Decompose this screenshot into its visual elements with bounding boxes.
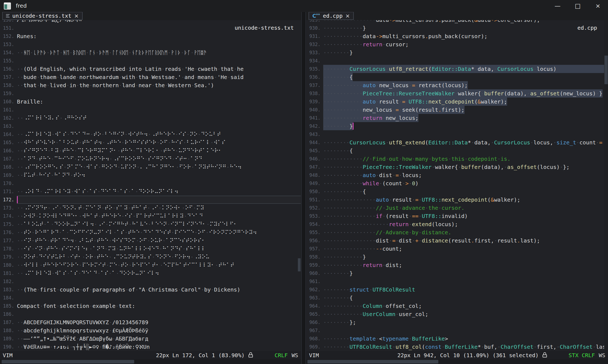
line-number[interactable]: 939.: [306, 98, 321, 106]
editor-line[interactable]: 948.············auto·dist·=·locus;: [306, 171, 604, 179]
line-number[interactable]: 936.: [306, 73, 321, 81]
editor-line[interactable]: 945.········{: [306, 147, 604, 155]
editor-line[interactable]: 969.········UTF8ColResult·utf8_col(const…: [306, 343, 604, 351]
right-editor-content[interactable]: 929.················data->multi_cursors.…: [306, 20, 604, 351]
line-number[interactable]: 185.: [0, 302, 14, 310]
line-number[interactable]: 968.: [306, 335, 321, 343]
line-number[interactable]: 167.: [0, 155, 14, 163]
editor-line[interactable]: 178.··⠊⠎·⠊⠝·⠞⠓⠑·⠎⠊⠍⠊⠇⠑⠆·⠁⠝⠙·⠍⠽·⠥⠝⠓⠁⠇⠇⠕⠺⠑…: [0, 245, 301, 253]
editor-line[interactable]: 952.················//·Just·advance·the·…: [306, 204, 604, 212]
editor-line[interactable]: 180.··⠺⠊⠇⠇·⠞⠓⠑⠗⠑⠋⠕⠗⠑·⠏⠑⠗⠍⠊⠞·⠍⠑·⠞⠕·⠗⠑⠏⠑⠁⠞…: [0, 261, 301, 269]
editor-line[interactable]: 929.················data->multi_cursors.…: [306, 20, 604, 24]
editor-line[interactable]: 174.··⠕⠺⠝·⠅⠝⠕⠺⠇⠑⠙⠛⠑⠂·⠺⠓⠁⠞·⠞⠓⠑⠗⠑·⠊⠎·⠏⠁⠗⠞⠊…: [0, 212, 301, 220]
line-number[interactable]: 178.: [0, 245, 14, 253]
line-number[interactable]: 969.: [306, 343, 321, 351]
line-number[interactable]: 933.: [306, 48, 321, 57]
line-number[interactable]: 159.: [0, 89, 14, 98]
line-number[interactable]: 955.: [306, 228, 321, 236]
editor-line[interactable]: 186.: [0, 310, 301, 318]
editor-line[interactable]: 967.: [306, 326, 604, 335]
tab-ed-cpp[interactable]: C++ ed.cpp ×: [309, 12, 354, 20]
editor-line[interactable]: 931.············data->multi_cursors.push…: [306, 32, 604, 40]
line-number[interactable]: 935.: [306, 65, 321, 73]
line-number[interactable]: 945.: [306, 147, 321, 155]
line-number[interactable]: 938.: [306, 89, 321, 98]
editor-line[interactable]: 169.··⠏⠥⠞·⠓⠊⠎·⠓⠁⠝⠙·⠞⠕⠲: [0, 171, 301, 179]
line-number[interactable]: 947.: [306, 163, 321, 171]
line-number[interactable]: 929.: [306, 20, 321, 24]
line-number[interactable]: 962.: [306, 286, 321, 294]
line-number[interactable]: 170.: [0, 179, 14, 187]
editor-line[interactable]: 179.··⠝⠕⠞·⠙⠊⠎⠞⠥⠗⠃·⠊⠞⠂·⠕⠗·⠞⠓⠑·⠠⠉⠕⠥⠝⠞⠗⠽⠄⠎·…: [0, 253, 301, 261]
editor-line[interactable]: 956.················dist·=·dist·+·distan…: [306, 236, 604, 245]
editor-line[interactable]: 940.············new_locus·=·seek(result.…: [306, 106, 604, 114]
eol-indicator[interactable]: CRLF: [275, 352, 288, 359]
line-number[interactable]: 960.: [306, 269, 321, 277]
line-number[interactable]: 175.: [0, 220, 14, 228]
right-horizontal-scrollbar[interactable]: [306, 359, 608, 364]
editor-line[interactable]: 934.: [306, 57, 604, 65]
editor-line[interactable]: 176.··⠞⠕·⠗⠑⠛⠁⠗⠙·⠁·⠉⠕⠋⠋⠊⠝⠤⠝⠁⠊⠇·⠁⠎·⠞⠓⠑·⠙⠑⠁…: [0, 228, 301, 236]
editor-line[interactable]: 150.ሥራ·ከመፍታት·ልጄን·ላፋታት።: [0, 20, 301, 24]
line-number[interactable]: 930.: [306, 24, 321, 32]
line-number[interactable]: 176.: [0, 228, 14, 236]
line-number[interactable]: 186.: [0, 310, 14, 318]
line-number[interactable]: 156.: [0, 65, 14, 73]
editor-line[interactable]: 183.··(The·first·couple·of·paragraphs·of…: [0, 286, 301, 294]
editor-line[interactable]: 163.: [0, 122, 301, 130]
editor-line[interactable]: 933.········}: [306, 48, 604, 57]
left-editor-content[interactable]: 150.ሥራ·ከመፍታት·ልጄን·ላፋታት።151.152.Runes:153.…: [0, 20, 301, 351]
editor-line[interactable]: 155.: [0, 57, 301, 65]
line-number[interactable]: 160.: [0, 98, 14, 106]
line-number[interactable]: 151.: [0, 24, 14, 32]
line-number[interactable]: 177.: [0, 236, 14, 245]
line-number[interactable]: 188.: [0, 326, 14, 335]
pane-divider[interactable]: [301, 12, 306, 364]
editor-line[interactable]: 184.: [0, 294, 301, 302]
line-number[interactable]: 180.: [0, 261, 14, 269]
editor-line[interactable]: 171.··⠠⠕⠇⠙·⠠⠍⠁⠗⠇⠑⠽·⠺⠁⠎·⠁⠎·⠙⠑⠁⠙·⠁⠎·⠁·⠙⠕⠕⠗…: [0, 187, 301, 196]
scrollbar-thumb[interactable]: [604, 56, 608, 84]
line-number[interactable]: 157.: [0, 73, 14, 81]
line-number[interactable]: 172.: [0, 196, 14, 204]
editor-line[interactable]: 963.········{: [306, 294, 604, 302]
editor-line[interactable]: 182.: [0, 277, 301, 286]
editor-line[interactable]: 941.············return·new_locus;: [306, 114, 604, 122]
editor-line[interactable]: 932.············return·cursor;: [306, 40, 604, 48]
editor-line[interactable]: 935.········CursorLocus·utf8_retract(Edi…: [306, 65, 604, 73]
maximize-button[interactable]: □: [568, 0, 588, 12]
line-number[interactable]: 174.: [0, 212, 14, 220]
editor-line[interactable]: 170.: [0, 179, 301, 187]
line-number[interactable]: 164.: [0, 130, 14, 138]
minimize-button[interactable]: —: [547, 0, 568, 12]
editor-line[interactable]: 154.··ᚻᛖ·ᚳᚹᚫᚦ·ᚦᚫᛏ·ᚻᛖ·ᛒᚢᛞᛖ·ᚩᚾ·ᚦᚫᛗ·ᛚᚪᚾᛞᛖ·ᚾ…: [0, 48, 301, 57]
line-number[interactable]: 937.: [306, 81, 321, 89]
tab-unicode-stress[interactable]: unicode-stress.txt ×: [2, 12, 83, 20]
editor-line[interactable]: 160.Braille:: [0, 98, 301, 106]
line-number[interactable]: 949.: [306, 179, 321, 187]
line-number[interactable]: 954.: [306, 220, 321, 228]
line-number[interactable]: 963.: [306, 294, 321, 302]
editor-line[interactable]: 968.········template·<typename·BufferLik…: [306, 335, 604, 343]
editor-line[interactable]: 162.··⠠⠍⠁⠗⠇⠑⠽⠄⠎·⠠⠛⠓⠕⠎⠞: [0, 114, 301, 122]
editor-line[interactable]: 175.··⠁⠃⠕⠥⠞·⠁·⠙⠕⠕⠗⠤⠝⠁⠊⠇⠲·⠠⠊·⠍⠊⠛⠓⠞·⠓⠁⠧⠑·⠃…: [0, 220, 301, 228]
line-number[interactable]: 940.: [306, 106, 321, 114]
editor-line[interactable]: 939.············auto·result·=·UTF8::next…: [306, 98, 604, 106]
line-number[interactable]: 942.: [306, 122, 321, 130]
editor-line[interactable]: 943.: [306, 130, 604, 138]
editor-line[interactable]: 962.········struct·UTF8ColResult: [306, 286, 604, 294]
editor-line[interactable]: 177.··⠊⠝·⠞⠓⠑·⠞⠗⠁⠙⠑⠲·⠠⠃⠥⠞·⠞⠓⠑·⠺⠊⠎⠙⠕⠍·⠕⠋·⠕…: [0, 236, 301, 245]
line-number[interactable]: 168.: [0, 163, 14, 171]
encoding-eol-indicator[interactable]: STX CRLF: [569, 352, 595, 359]
editor-line[interactable]: 938.············PieceTree::ReverseTreeWa…: [306, 89, 604, 98]
editor-line[interactable]: 937.············auto·new_locus·=·retract…: [306, 81, 604, 89]
line-number[interactable]: 189.: [0, 335, 14, 343]
editor-line[interactable]: 951.················auto·result·=·UTF8::…: [306, 196, 604, 204]
editor-line[interactable]: 950.············{: [306, 187, 604, 196]
line-number[interactable]: 173.: [0, 204, 14, 212]
line-number[interactable]: 182.: [0, 277, 14, 286]
line-number[interactable]: 931.: [306, 32, 321, 40]
line-number[interactable]: 959.: [306, 261, 321, 269]
editor-line[interactable]: 159.: [0, 89, 301, 98]
editor-line[interactable]: 942.········}: [306, 122, 604, 130]
